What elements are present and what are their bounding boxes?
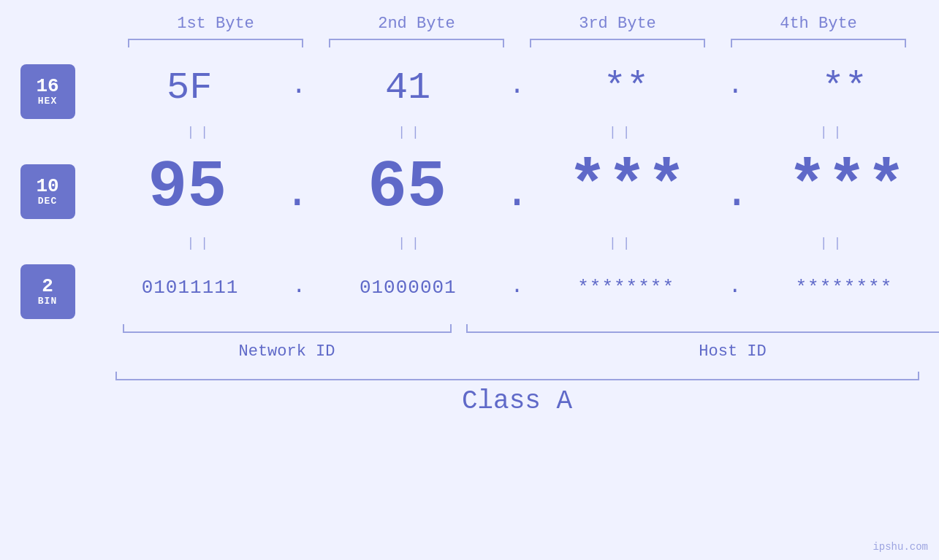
byte1-header: 1st Byte (128, 15, 303, 33)
bin-section: 2 BIN 01011111 . 01000001 . ******** . *… (0, 255, 939, 321)
hex-byte4-cell: ** (757, 66, 932, 110)
bracket-byte2 (329, 39, 504, 47)
dec-byte4-value: *** (788, 150, 906, 225)
byte-headers: 1st Byte 2nd Byte 3rd Byte 4th Byte (115, 15, 919, 33)
bin-byte1-cell: 01011111 (102, 277, 278, 299)
dec-label-col: 10 DEC (0, 157, 95, 219)
bin-byte3-cell: ******** (539, 277, 714, 299)
bin-badge: 2 BIN (20, 264, 75, 319)
hex-data-row: 5F . 41 . ** . ** (95, 55, 939, 120)
bin-dot2: . (510, 255, 523, 321)
hex-byte2-cell: 41 (320, 66, 495, 110)
hex-badge-base: HEX (38, 96, 57, 107)
dec-byte2-cell: 65 (319, 150, 495, 225)
bin-byte4-cell: ******** (756, 277, 932, 299)
dec-section: 10 DEC 95 . 65 . *** . *** (0, 144, 939, 231)
hex-dot1: . (291, 55, 307, 120)
hex-dot2: . (509, 55, 525, 120)
sep-hex-dec: || || || || (95, 120, 939, 144)
dec-byte3-cell: *** (539, 150, 715, 225)
hex-badge-num: 16 (36, 77, 58, 96)
sep5: || (113, 236, 288, 250)
bin-byte3-value: ******** (577, 277, 674, 299)
sep6: || (324, 236, 499, 250)
hex-byte4-value: ** (821, 66, 867, 110)
bin-dot3: . (729, 255, 742, 321)
class-section: Class A (115, 372, 919, 416)
sep8: || (746, 236, 921, 250)
hex-byte2-value: 41 (385, 66, 430, 110)
top-brackets (115, 39, 919, 47)
network-id-label: Network ID (123, 342, 452, 361)
bracket-byte1 (128, 39, 303, 47)
host-bracket (466, 324, 940, 333)
hex-section: 16 HEX 5F . 41 . ** . ** (0, 55, 939, 120)
dec-dot1: . (284, 144, 311, 231)
hex-byte3-value: ** (604, 66, 649, 110)
bin-byte2-value: 01000001 (360, 277, 457, 299)
sep-dec-bin: || || || || (95, 231, 939, 255)
network-bracket (123, 324, 452, 333)
id-labels: Network ID Host ID (115, 342, 919, 372)
bracket-byte3 (530, 39, 705, 47)
dec-badge-num: 10 (36, 177, 58, 196)
dec-byte2-value: 65 (368, 150, 446, 225)
byte3-header: 3rd Byte (530, 15, 705, 33)
byte4-header: 4th Byte (731, 15, 906, 33)
bin-badge-num: 2 (42, 277, 53, 296)
dec-byte1-cell: 95 (99, 150, 275, 225)
bottom-brackets (115, 324, 919, 342)
sep3: || (535, 125, 710, 139)
host-id-label: Host ID (466, 342, 940, 361)
bin-label-col: 2 BIN (0, 257, 95, 319)
watermark: ipshu.com (873, 541, 928, 553)
dec-byte4-cell: *** (759, 150, 935, 225)
bin-byte1-value: 01011111 (142, 277, 239, 299)
hex-label-col: 16 HEX (0, 57, 95, 119)
dec-byte1-value: 95 (148, 150, 227, 225)
hex-byte3-cell: ** (539, 66, 714, 110)
dec-byte3-value: *** (568, 150, 686, 225)
bin-dot1: . (292, 255, 305, 321)
sep7: || (535, 236, 710, 250)
dec-dot2: . (503, 144, 530, 231)
dec-badge-base: DEC (38, 196, 57, 207)
bin-badge-base: BIN (38, 296, 57, 307)
bin-data-row: 01011111 . 01000001 . ******** . *******… (95, 255, 939, 321)
bin-byte4-value: ******** (795, 277, 892, 299)
sep4: || (746, 125, 921, 139)
sep1: || (113, 125, 288, 139)
class-label: Class A (115, 386, 919, 416)
hex-badge: 16 HEX (20, 64, 75, 119)
byte2-header: 2nd Byte (329, 15, 504, 33)
hex-byte1-value: 5F (167, 66, 212, 110)
bin-byte2-cell: 01000001 (320, 277, 495, 299)
class-bracket (115, 372, 919, 380)
dec-dot3: . (723, 144, 750, 231)
sep2: || (324, 125, 499, 139)
hex-dot3: . (727, 55, 743, 120)
bracket-byte4 (731, 39, 906, 47)
dec-badge: 10 DEC (20, 164, 75, 219)
dec-data-row: 95 . 65 . *** . *** (95, 144, 939, 231)
hex-byte1-cell: 5F (102, 66, 277, 110)
